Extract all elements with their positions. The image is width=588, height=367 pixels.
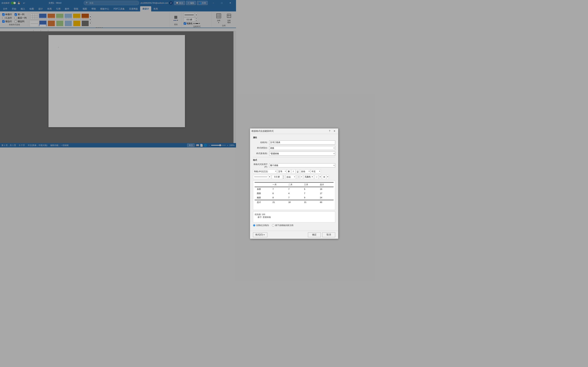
- modal-overlay: 根据格式化创建新样式 ? ✕ 属性 名称(N): 样式类型(I):: [0, 0, 236, 148]
